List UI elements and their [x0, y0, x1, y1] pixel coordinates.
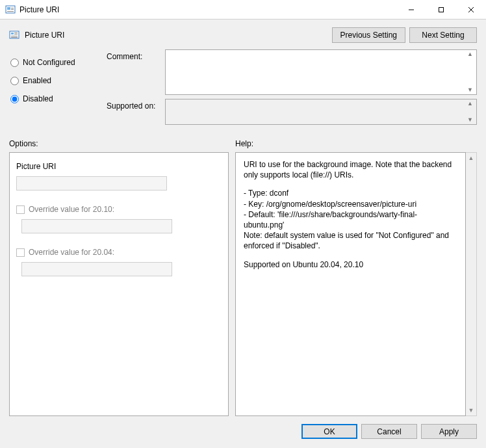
minimize-button[interactable]	[396, 0, 426, 20]
comment-textarea[interactable]	[166, 50, 476, 94]
radio-disabled[interactable]: Disabled	[9, 90, 107, 108]
supported-on-textarea	[166, 99, 476, 124]
section-labels-row: Options: Help:	[0, 129, 486, 152]
svg-rect-3	[11, 9, 14, 10]
header-row: Picture URI Previous Setting Next Settin…	[0, 20, 486, 47]
window-title: Picture URI	[19, 5, 59, 14]
policy-icon	[9, 30, 19, 40]
override-2010-input[interactable]	[21, 219, 172, 233]
svg-rect-1	[7, 7, 10, 10]
override-2010-label: Override value for 20.10:	[29, 205, 114, 214]
svg-rect-14	[11, 37, 18, 38]
comment-scroll-down-icon[interactable]: ▼	[465, 87, 475, 93]
option-main-input[interactable]	[16, 176, 167, 191]
help-panel-wrap: URI to use for the background image. Not…	[235, 152, 477, 416]
svg-rect-12	[14, 34, 18, 34]
options-section-label: Options:	[9, 139, 235, 148]
radio-enabled[interactable]: Enabled	[9, 72, 107, 90]
dialog-button-row: OK Cancel Apply	[0, 416, 486, 448]
override-2004-checkbox[interactable]	[16, 248, 25, 257]
supported-scroll-up-icon[interactable]: ▲	[465, 101, 475, 107]
comment-box: ▲ ▼	[165, 49, 477, 95]
client-area: Picture URI Previous Setting Next Settin…	[0, 20, 486, 448]
help-panel: URI to use for the background image. Not…	[235, 152, 466, 416]
radio-disabled-input[interactable]	[10, 95, 19, 103]
ok-button[interactable]: OK	[301, 424, 357, 439]
help-line-default: - Default: 'file:///usr/share/background…	[244, 209, 457, 230]
radio-enabled-label: Enabled	[23, 76, 51, 85]
option-main-label: Picture URI	[16, 162, 222, 171]
radio-not-configured-label: Not Configured	[23, 58, 75, 67]
previous-setting-button[interactable]: Previous Setting	[332, 27, 405, 43]
fields-column: Comment: ▲ ▼ Supported on: ▲ ▼	[107, 49, 477, 129]
help-line-supported: Supported on Ubuntu 20.04, 20.10	[244, 259, 457, 270]
comment-scroll-up-icon[interactable]: ▲	[465, 51, 475, 57]
titlebar: Picture URI	[0, 0, 486, 20]
close-button[interactable]	[456, 0, 486, 20]
next-setting-button[interactable]: Next Setting	[409, 27, 477, 43]
supported-on-label: Supported on:	[107, 99, 165, 125]
help-line-note: Note: default system value is used for "…	[244, 230, 457, 251]
help-line-key: - Key: /org/gnome/desktop/screensaver/pi…	[244, 199, 457, 209]
help-line-intro: URI to use for the background image. Not…	[244, 159, 457, 180]
panels-row: Picture URI Override value for 20.10: Ov…	[0, 152, 486, 416]
supported-scroll-down-icon[interactable]: ▼	[465, 117, 475, 123]
override-2010-row[interactable]: Override value for 20.10:	[16, 205, 222, 214]
radio-enabled-input[interactable]	[10, 77, 19, 85]
svg-rect-10	[11, 33, 14, 34]
header-title: Picture URI	[25, 31, 64, 40]
cancel-button[interactable]: Cancel	[361, 424, 417, 439]
override-2004-label: Override value for 20.04:	[29, 248, 114, 257]
radio-not-configured-input[interactable]	[10, 59, 19, 67]
svg-rect-6	[439, 7, 444, 12]
comment-label: Comment:	[107, 49, 165, 95]
help-scrollbar[interactable]: ▲ ▼	[466, 152, 477, 416]
radio-not-configured[interactable]: Not Configured	[9, 53, 107, 72]
scroll-down-icon[interactable]: ▼	[468, 407, 474, 415]
help-section-label: Help:	[235, 139, 477, 148]
svg-rect-4	[7, 11, 14, 12]
svg-rect-2	[11, 8, 14, 8]
config-row: Not Configured Enabled Disabled Comment:…	[0, 47, 486, 129]
options-panel: Picture URI Override value for 20.10: Ov…	[9, 152, 229, 416]
override-2004-input[interactable]	[21, 262, 172, 276]
override-2010-checkbox[interactable]	[16, 205, 25, 214]
svg-rect-11	[14, 33, 18, 33]
override-2004-row[interactable]: Override value for 20.04:	[16, 248, 222, 257]
scroll-up-icon[interactable]: ▲	[468, 153, 474, 161]
maximize-button[interactable]	[426, 0, 456, 20]
apply-button[interactable]: Apply	[421, 424, 477, 439]
radio-disabled-label: Disabled	[23, 94, 53, 103]
svg-rect-13	[11, 36, 18, 36]
supported-on-box: ▲ ▼	[165, 99, 477, 125]
help-line-type: - Type: dconf	[244, 188, 457, 198]
state-radio-group: Not Configured Enabled Disabled	[9, 49, 107, 129]
help-content: URI to use for the background image. Not…	[244, 159, 457, 270]
app-icon	[5, 5, 16, 15]
